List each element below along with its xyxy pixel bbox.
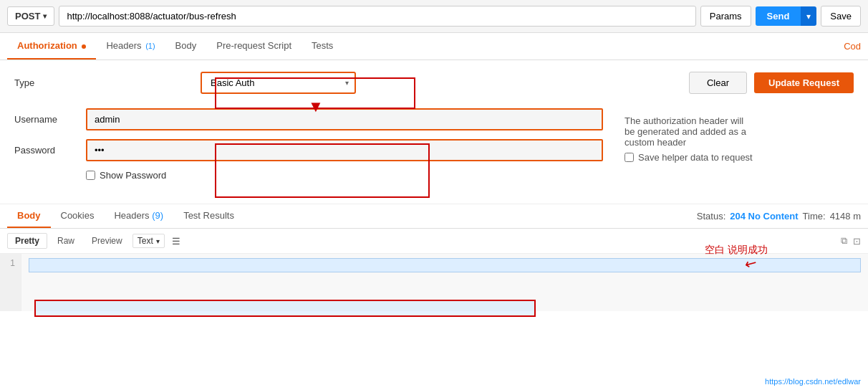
save-helper-checkbox[interactable] [625, 153, 634, 162]
bottom-tab-test-results[interactable]: Test Results [173, 204, 244, 228]
tab-row: Authorization Headers (1) Body Pre-reque… [0, 33, 868, 60]
type-row: Type Basic Auth ▾ ▼ Clear Update Request [14, 72, 854, 94]
params-button[interactable]: Params [700, 6, 751, 27]
tab-authorization[interactable]: Authorization [7, 33, 96, 60]
list-icon[interactable]: ☰ [172, 236, 180, 247]
csdn-link[interactable]: https://blog.csdn.net/edlwar [765, 377, 861, 386]
status-code: 204 No Content [730, 211, 798, 222]
preview-button[interactable]: Preview [85, 234, 130, 248]
update-request-button[interactable]: Update Request [754, 72, 854, 93]
status-label: Status: [697, 211, 725, 222]
time-label: Time: [803, 211, 826, 222]
raw-button[interactable]: Raw [50, 234, 82, 248]
show-password-row: Show Password [86, 170, 603, 181]
save-helper-label: Save helper data to request [638, 152, 753, 163]
fields-section: Username Password Show Password The auth… [14, 108, 854, 186]
method-label: POST [15, 11, 40, 22]
show-password-label[interactable]: Show Password [100, 170, 166, 181]
helper-line3: custom header [625, 137, 854, 148]
tab-cookies-label: Cod [844, 41, 861, 52]
username-input[interactable] [86, 108, 603, 130]
authorization-dot [82, 44, 86, 49]
code-line-1 [29, 258, 861, 272]
status-area: Status: 204 No Content Time: 4148 m [697, 211, 861, 222]
username-row: Username [14, 108, 603, 130]
tab-headers[interactable]: Headers (1) [96, 33, 165, 60]
helper-text: The authorization header will be generat… [625, 108, 854, 186]
bottom-tab-body[interactable]: Body [7, 204, 51, 228]
method-chevron-icon: ▾ [43, 12, 47, 20]
type-chevron-icon: ▾ [345, 79, 349, 87]
bottom-tab-cookies[interactable]: Cookies [51, 204, 105, 228]
clear-button[interactable]: Clear [689, 72, 747, 94]
code-area: 1 [0, 254, 868, 311]
tab-pre-request-script[interactable]: Pre-request Script [206, 33, 302, 60]
tab-body[interactable]: Body [165, 33, 207, 60]
bottom-section: Body Cookies Headers (9) Test Results St… [0, 204, 868, 311]
fields-left: Username Password Show Password [14, 108, 603, 186]
save-icon[interactable]: ⊡ [853, 236, 861, 247]
type-select-wrapper: Basic Auth ▾ [201, 72, 356, 94]
time-value: 4148 m [830, 211, 861, 222]
type-label: Type [14, 77, 201, 88]
text-chevron-icon: ▾ [156, 237, 160, 245]
url-input[interactable] [59, 6, 695, 27]
pretty-button[interactable]: Pretty [7, 233, 47, 249]
line-numbers: 1 [0, 254, 21, 311]
type-select[interactable]: Basic Auth [202, 73, 345, 92]
helper-line2: be generated and added as a [625, 126, 854, 137]
url-bar: POST ▾ Params Send ▾ Save [0, 0, 868, 33]
bottom-tab-row: Body Cookies Headers (9) Test Results St… [0, 204, 868, 229]
code-content[interactable] [21, 254, 868, 311]
save-button[interactable]: Save [821, 6, 861, 27]
send-dropdown-button[interactable]: ▾ [801, 6, 816, 26]
password-input[interactable] [86, 139, 603, 161]
copy-icon[interactable]: ⧉ [838, 234, 850, 248]
password-row: Password [14, 139, 603, 161]
send-group: Send ▾ [756, 6, 817, 26]
format-bar: Pretty Raw Preview Text ▾ ☰ ⧉ ⊡ [0, 229, 868, 254]
save-helper-row: Save helper data to request [625, 152, 854, 163]
helper-line1: The authorization header will [625, 115, 854, 126]
send-button[interactable]: Send [756, 6, 801, 26]
show-password-checkbox[interactable] [86, 171, 95, 180]
username-label: Username [14, 114, 86, 125]
method-select[interactable]: POST ▾ [7, 6, 54, 26]
tab-tests[interactable]: Tests [302, 33, 343, 60]
password-label: Password [14, 145, 86, 156]
bottom-tab-headers[interactable]: Headers (9) [104, 204, 173, 228]
auth-content: Type Basic Auth ▾ ▼ Clear Update Request… [0, 60, 868, 204]
text-select[interactable]: Text ▾ [132, 234, 165, 248]
